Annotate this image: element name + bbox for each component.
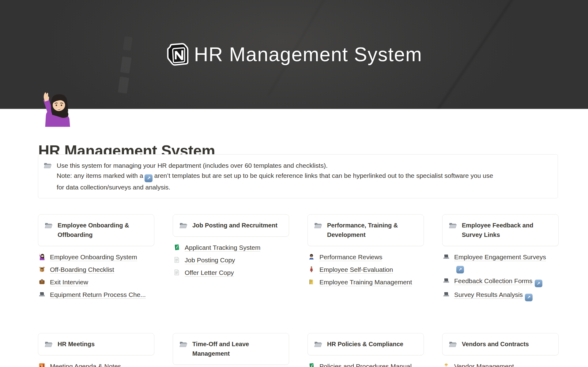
links-list: Policies and Procedures Manual	[307, 361, 424, 367]
laptop-icon	[443, 253, 450, 260]
section-card[interactable]: Time-Off and LeaveManagement	[173, 333, 289, 365]
page-link-label: Equipment Return Process Che...	[50, 291, 146, 299]
open-box-icon	[39, 266, 45, 273]
cover-title: HR Management System	[0, 0, 588, 109]
laptop-icon	[443, 277, 450, 284]
page-link[interactable]: Meeting Agenda & Notes	[50, 361, 121, 367]
section-card[interactable]: Employee Onboarding &Offboarding	[38, 214, 154, 246]
card-title: HR Meetings	[58, 339, 95, 349]
link-item: Offer Letter Copy	[173, 268, 289, 278]
page-link[interactable]: Employee Onboarding System	[50, 252, 137, 262]
section: Vendors and ContractsVendor Management	[442, 333, 559, 367]
page-link-label: Off-Boarding Checklist	[50, 266, 114, 274]
page-link[interactable]: Employee Engagement Surveys↗	[454, 252, 546, 273]
laptop-icon	[39, 291, 45, 298]
green-book-icon	[308, 363, 315, 367]
construction-worker-icon	[443, 363, 450, 367]
page-link[interactable]: Employee Training Management	[319, 277, 412, 287]
link-item: Meeting Agenda & Notes	[39, 361, 154, 367]
card-title: Vendors and Contracts	[462, 339, 529, 349]
section-card[interactable]: Employee Feedback andSurvey Links	[442, 214, 559, 246]
links-list: Employee Engagement Surveys↗Feedback Col…	[442, 252, 559, 301]
link-item: Exit Interview	[39, 277, 154, 287]
card-title: Time-Off and LeaveManagement	[192, 339, 249, 358]
page-link-label: Job Posting Copy	[185, 257, 235, 264]
page-link[interactable]: Feedback Collection Forms↗	[454, 276, 542, 287]
page-link[interactable]: Employee Self-Evaluation	[319, 265, 393, 275]
section: HR MeetingsMeeting Agenda & Notes	[38, 333, 154, 367]
laptop-icon	[443, 291, 450, 298]
page-link[interactable]: Vendor Management	[454, 361, 514, 367]
callout-note: Note: any items marked with a↗aren’t tem…	[57, 170, 495, 192]
open-folder-icon	[44, 221, 53, 230]
standing-person-icon	[308, 266, 315, 273]
section-card[interactable]: Performance, Training &Development	[307, 214, 424, 246]
section-card[interactable]: Job Posting and Recruitment	[173, 214, 289, 237]
link-item: Feedback Collection Forms↗	[443, 276, 559, 287]
page-link-label: Employee Self-Evaluation	[319, 266, 393, 274]
page-link[interactable]: Policies and Procedures Manual	[319, 361, 412, 367]
section: Time-Off and LeaveManagement	[173, 333, 289, 367]
external-link-icon: ↗	[535, 279, 542, 287]
page-link[interactable]: Performance Reviews	[319, 252, 382, 262]
callout-text: Use this system for managing your HR dep…	[57, 160, 495, 192]
page-link-label: Offer Letter Copy	[185, 269, 234, 277]
card-title: HR Policies & Compliance	[327, 339, 403, 349]
open-folder-icon	[43, 161, 52, 170]
link-item: Job Posting Copy	[173, 255, 289, 265]
section: Performance, Training &DevelopmentPerfor…	[307, 214, 424, 333]
open-folder-icon	[314, 340, 322, 348]
page-link-label: Policies and Procedures Manual	[319, 363, 412, 367]
page-link-label: Exit Interview	[50, 279, 88, 286]
links-list: Vendor Management	[442, 361, 559, 367]
office-worker-icon	[308, 253, 315, 260]
page-link[interactable]: Applicant Tracking System	[185, 243, 260, 253]
bar-chart-icon	[39, 363, 45, 367]
woman-raising-hand-icon	[41, 91, 73, 128]
link-item: Applicant Tracking System	[173, 243, 289, 253]
page-link-label: Survey Results Analysis	[454, 291, 523, 299]
page-link[interactable]: Offer Letter Copy	[185, 268, 234, 278]
woman-raising-hand-icon	[39, 253, 45, 260]
card-title: Performance, Training &Development	[327, 221, 398, 240]
page-link[interactable]: Survey Results Analysis↗	[454, 290, 533, 301]
section-card[interactable]: Vendors and Contracts	[442, 333, 559, 355]
section-card[interactable]: HR Meetings	[38, 333, 154, 355]
document-icon	[173, 257, 180, 263]
section-card[interactable]: HR Policies & Compliance	[307, 333, 424, 355]
link-item: Employee Engagement Surveys↗	[443, 252, 559, 273]
callout: Use this system for managing your HR dep…	[38, 154, 558, 198]
open-folder-icon	[449, 340, 457, 348]
callout-line-1: Use this system for managing your HR dep…	[57, 160, 495, 170]
page-link-label: Employee Training Management	[319, 279, 412, 286]
link-item: Performance Reviews	[308, 252, 424, 262]
links-list: Performance ReviewsEmployee Self-Evaluat…	[307, 252, 424, 287]
page-link-label: Employee Onboarding System	[50, 253, 137, 261]
section: Employee Onboarding &OffboardingEmployee…	[38, 214, 154, 333]
links-list: Applicant Tracking SystemJob Posting Cop…	[173, 243, 289, 278]
page-link-label: Vendor Management	[454, 363, 514, 367]
link-item: Employee Self-Evaluation	[308, 265, 424, 275]
section: Job Posting and RecruitmentApplicant Tra…	[173, 214, 289, 333]
page-link[interactable]: Off-Boarding Checklist	[50, 265, 114, 275]
page-link[interactable]: Exit Interview	[50, 277, 88, 287]
open-folder-icon	[44, 340, 53, 348]
page-link-label: Applicant Tracking System	[185, 244, 260, 252]
page-icon[interactable]	[41, 91, 73, 128]
open-folder-icon	[449, 221, 457, 230]
document-icon	[173, 269, 180, 276]
external-link-icon: ↗	[456, 266, 464, 273]
sections-grid: Employee Onboarding &OffboardingEmployee…	[38, 214, 559, 367]
briefcase-icon	[39, 279, 45, 285]
notion-logo-icon	[166, 43, 189, 67]
open-folder-icon	[179, 221, 187, 230]
link-item: Off-Boarding Checklist	[39, 265, 154, 275]
page-link-label: Performance Reviews	[319, 253, 382, 261]
page-link[interactable]: Equipment Return Process Che...	[50, 290, 146, 300]
external-link-icon: ↗	[525, 294, 533, 301]
green-book-icon	[173, 244, 180, 251]
page-link-label: Feedback Collection Forms	[454, 277, 533, 285]
page-link[interactable]: Job Posting Copy	[185, 255, 235, 265]
link-item: Vendor Management	[443, 361, 559, 367]
card-title: Job Posting and Recruitment	[192, 221, 277, 230]
